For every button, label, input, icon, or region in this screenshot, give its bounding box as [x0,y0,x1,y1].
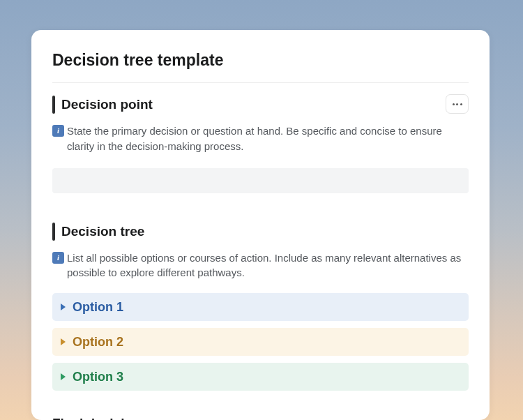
disclosure-triangle-icon [61,303,66,310]
section-title-final: Final decision [52,416,469,420]
disclosure-triangle-icon [61,373,66,380]
section-heading: Decision tree [52,223,469,241]
more-horizontal-icon [453,103,462,105]
option-label: Option 3 [73,370,123,384]
option-label: Option 1 [73,300,123,315]
option-label: Option 2 [73,335,123,350]
option-toggle-3[interactable]: Option 3 [52,363,469,391]
more-actions-button[interactable] [446,94,469,114]
section-heading: Decision point [52,96,469,114]
page-title: Decision tree template [52,51,469,83]
info-icon: i [52,125,64,137]
section-title: Decision point [61,96,153,114]
disclosure-triangle-icon [61,338,66,345]
info-callout: i State the primary decision or question… [52,123,469,154]
heading-accent-bar [52,223,55,241]
options-list: Option 1 Option 2 Option 3 [52,293,469,391]
document-card: Decision tree template Decision point i … [31,30,490,420]
section-decision-point: Decision point i State the primary decis… [52,96,469,193]
info-text: List all possible options or courses of … [67,250,469,281]
info-icon: i [52,252,64,264]
option-toggle-2[interactable]: Option 2 [52,328,469,356]
heading-accent-bar [52,96,55,114]
info-text: State the primary decision or question a… [67,123,469,154]
section-decision-tree: Decision tree i List all possible option… [52,223,469,391]
info-callout: i List all possible options or courses o… [52,250,469,281]
decision-point-input[interactable] [52,168,469,193]
section-title: Decision tree [61,223,144,241]
option-toggle-1[interactable]: Option 1 [52,293,469,321]
